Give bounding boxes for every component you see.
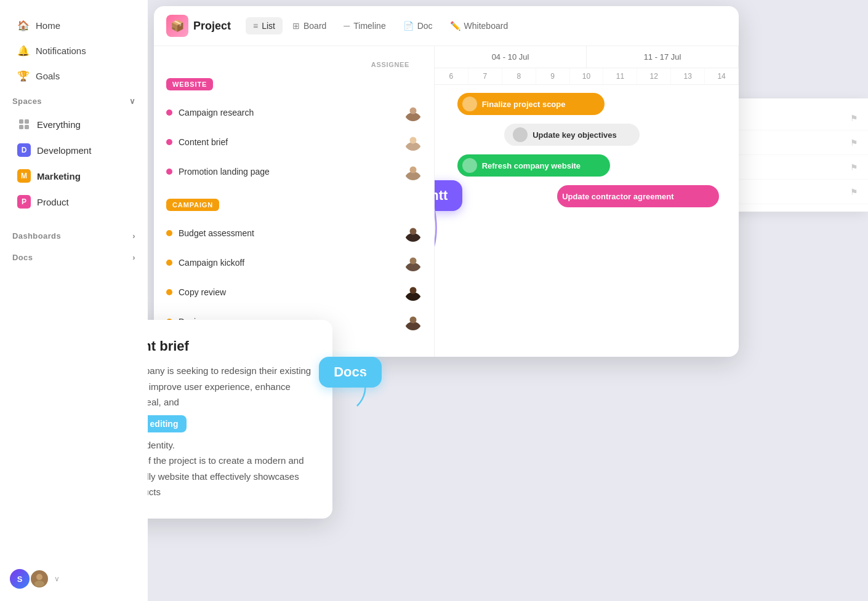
goals-icon: 🏆 [17, 70, 30, 82]
task-list: ASSIGNEE WEBSITE Campaign research [154, 46, 435, 357]
website-badge: WEBSITE [166, 78, 213, 90]
svg-point-9 [410, 137, 417, 144]
gantt-day: 9 [536, 68, 570, 84]
svg-rect-3 [25, 125, 29, 129]
gantt-day: 8 [502, 68, 536, 84]
sidebar: 🏠 Home 🔔 Notifications 🏆 Goals Spaces ∨ [0, 0, 148, 601]
gantt-week-2: 11 - 17 Jul [587, 46, 739, 68]
sidebar-item-development[interactable]: D Development [5, 138, 143, 162]
task-name: Copy review [179, 287, 398, 297]
flag-icon: ⚑ [850, 138, 858, 148]
gantt-day: 12 [637, 68, 671, 84]
gantt-bar-row: Finalize project scope [440, 90, 734, 118]
chevron-down-icon: ∨ [54, 575, 60, 583]
gantt-bar-row: Update contractor agreement [440, 182, 734, 210]
task-name: Campaign kickoff [179, 258, 398, 268]
board-icon: ⊞ [292, 21, 300, 31]
gantt-area: 04 - 10 Jul 11 - 17 Jul 6 7 8 9 10 11 12… [435, 46, 739, 357]
sidebar-item-notifications[interactable]: 🔔 Notifications [5, 39, 143, 63]
window-header: 📦 Project ≡ List ⊞ Board ─ Timeline 📄 Do… [154, 6, 739, 46]
gantt-header: 04 - 10 Jul 11 - 17 Jul [435, 46, 739, 68]
dashboards-header: Dashboards › [0, 224, 148, 245]
user-profile[interactable]: S ∨ [0, 569, 148, 589]
svg-point-19 [410, 317, 417, 324]
task-name: Promotion landing page [179, 167, 398, 177]
chevron-right-icon[interactable]: › [132, 253, 135, 262]
svg-rect-2 [19, 125, 23, 129]
product-badge: P [17, 195, 31, 209]
col-header-assignee: ASSIGNEE [154, 56, 434, 73]
gantt-bar-avatar [513, 127, 528, 142]
task-avatar [404, 254, 422, 271]
development-badge: D [17, 143, 31, 157]
timeline-icon: ─ [344, 21, 350, 31]
group-website: WEBSITE [154, 73, 434, 98]
gantt-day: 10 [570, 68, 604, 84]
task-avatar [404, 104, 422, 121]
grid-icon [17, 117, 31, 131]
svg-point-4 [36, 574, 42, 580]
chevron-right-icon[interactable]: › [132, 231, 135, 241]
main-window: 📦 Project ≡ List ⊞ Board ─ Timeline 📄 Do… [154, 6, 739, 357]
flag-icon: ⚑ [850, 113, 858, 123]
gantt-week-1: 04 - 10 Jul [435, 46, 587, 68]
gantt-bar-avatar [462, 158, 477, 173]
task-row[interactable]: Budget assessment [154, 218, 434, 248]
svg-point-13 [410, 228, 417, 235]
tab-doc[interactable]: 📄 Doc [396, 17, 440, 34]
tab-list[interactable]: ≡ List [246, 17, 283, 34]
content-area: ASSIGNEE WEBSITE Campaign research [154, 46, 739, 357]
gantt-bar-refresh: Refresh company website [457, 154, 611, 177]
sidebar-item-product[interactable]: P Product [5, 189, 143, 214]
flag-icon: ⚑ [850, 162, 858, 172]
task-row[interactable]: Campaign research [154, 98, 434, 127]
task-dot [166, 289, 172, 295]
sidebar-item-goals[interactable]: 🏆 Goals [5, 64, 143, 88]
gantt-days: 6 7 8 9 10 11 12 13 14 [435, 68, 739, 85]
task-name: Campaign research [179, 108, 398, 117]
project-title: Project [193, 20, 231, 33]
gantt-bar-row: Refresh company website [440, 151, 734, 180]
flag-icon: ⚑ [850, 187, 858, 197]
gantt-day: 14 [705, 68, 739, 84]
gantt-bar-finalize: Finalize project scope [457, 93, 605, 115]
sidebar-item-label: Home [36, 20, 60, 31]
task-row[interactable]: Content brief [154, 127, 434, 157]
svg-point-7 [410, 108, 417, 114]
sidebar-item-label: Notifications [36, 46, 86, 56]
task-avatar [404, 133, 422, 151]
avatar-j [30, 569, 49, 589]
docs-connector [345, 375, 382, 412]
sidebar-item-home[interactable]: 🏠 Home [5, 14, 143, 38]
whiteboard-icon: ✏️ [450, 21, 460, 31]
task-dot [166, 260, 172, 266]
task-row[interactable]: Campaign kickoff [154, 248, 434, 277]
task-name: Content brief [179, 137, 398, 147]
spaces-header: Spaces ∨ [0, 89, 148, 111]
task-dot [166, 109, 172, 116]
task-avatar [404, 163, 422, 180]
chevron-down-icon[interactable]: ∨ [129, 97, 135, 106]
svg-rect-0 [19, 119, 23, 124]
task-row[interactable]: Promotion landing page [154, 157, 434, 186]
avatar-s: S [10, 569, 30, 589]
svg-point-15 [410, 258, 417, 265]
svg-point-11 [410, 167, 417, 173]
gantt-day: 7 [468, 68, 502, 84]
gantt-bar-row: Update key objectives [440, 121, 734, 149]
task-dot [166, 169, 172, 175]
tab-board[interactable]: ⊞ Board [285, 17, 334, 34]
tab-timeline[interactable]: ─ Timeline [336, 17, 393, 34]
doc-icon: 📄 [403, 21, 414, 31]
tab-whiteboard[interactable]: ✏️ Whiteboard [443, 17, 516, 34]
sidebar-item-marketing[interactable]: M Marketing [5, 164, 143, 188]
task-row[interactable]: Copy review [154, 277, 434, 307]
svg-rect-1 [25, 119, 29, 124]
bell-icon: 🔔 [17, 45, 30, 57]
list-icon: ≡ [253, 21, 258, 31]
sidebar-nav: 🏠 Home 🔔 Notifications 🏆 Goals [0, 14, 148, 88]
sidebar-item-everything[interactable]: Everything [5, 112, 143, 137]
svg-point-5 [34, 581, 44, 587]
gantt-connector [435, 199, 447, 260]
group-campaign: CAMPAIGN [154, 194, 434, 218]
